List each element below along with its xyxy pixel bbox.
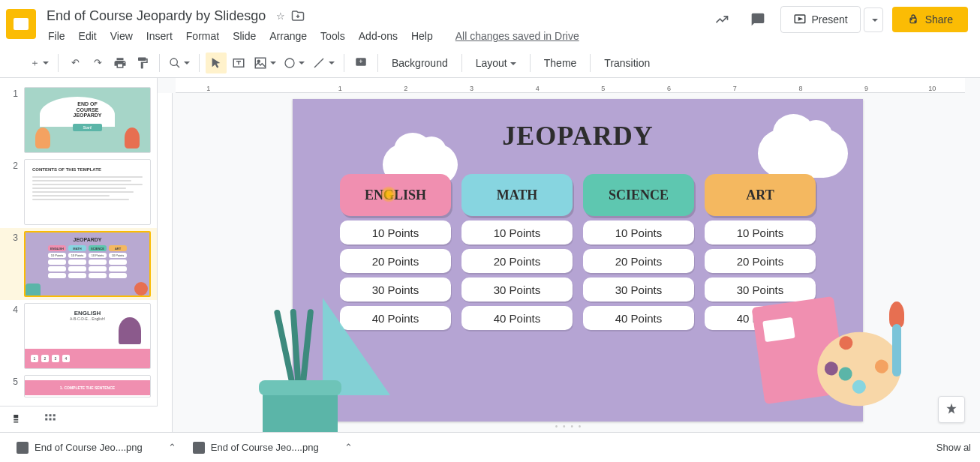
slide-thumb[interactable]: 3 JEOPARDY ENGLISH10 Points MATH10 Point…: [0, 228, 157, 300]
menu-help[interactable]: Help: [405, 27, 439, 45]
document-title[interactable]: End of Course Jeopardy by Slidesgo: [42, 7, 270, 26]
points-button[interactable]: 10 Points: [340, 220, 451, 244]
download-filename: End of Course Jeo....png: [211, 442, 319, 453]
svg-rect-18: [45, 414, 47, 416]
slide-number: 1: [6, 87, 18, 153]
menu-view[interactable]: View: [104, 27, 139, 45]
chevron-up-icon[interactable]: ⌃: [168, 442, 176, 453]
transition-button[interactable]: Transition: [597, 54, 657, 72]
present-label: Present: [811, 14, 847, 26]
menu-edit[interactable]: Edit: [73, 27, 103, 45]
svg-point-4: [170, 58, 177, 65]
undo-button[interactable]: ↶: [65, 52, 86, 74]
present-dropdown[interactable]: [864, 8, 883, 32]
chevron-up-icon[interactable]: ⌃: [344, 442, 353, 453]
comments-icon[interactable]: [744, 6, 771, 33]
new-slide-button[interactable]: ＋: [27, 52, 52, 74]
click-indicator: [380, 186, 397, 202]
category-math[interactable]: MATH: [461, 174, 573, 216]
points-button[interactable]: 10 Points: [705, 220, 816, 244]
svg-marker-1: [799, 18, 802, 20]
slide-number: 2: [6, 159, 18, 225]
category-english[interactable]: ENGLISH: [340, 174, 451, 216]
paint-format-button[interactable]: [132, 52, 153, 74]
grid-view-icon[interactable]: [44, 412, 57, 426]
points-button[interactable]: 40 Points: [583, 306, 694, 330]
art-decoration: [743, 286, 908, 432]
cloud-decoration: [758, 129, 848, 178]
star-icon[interactable]: ☆: [276, 10, 285, 22]
panel-footer: [0, 406, 158, 432]
points-button[interactable]: 30 Points: [340, 278, 451, 302]
layout-button[interactable]: Layout: [468, 54, 524, 72]
textbox-tool[interactable]: [228, 52, 249, 74]
downloads-bar: End of Course Jeo....png ⌃ End of Course…: [0, 432, 980, 462]
slide-thumb[interactable]: 4 ENGLISHA-B-C-D-E... English! 1234: [0, 300, 157, 372]
move-icon[interactable]: [291, 9, 305, 22]
save-status[interactable]: All changes saved in Drive: [452, 27, 582, 45]
svg-point-11: [285, 58, 294, 68]
svg-line-5: [176, 64, 179, 68]
explore-button[interactable]: [938, 396, 965, 423]
download-chip[interactable]: End of Course Jeo....png: [9, 437, 150, 458]
menu-bar: File Edit View Insert Format Slide Arran…: [42, 27, 708, 45]
slide-canvas[interactable]: JEOPARDY ENGLISH10 Points20 Points30 Poi…: [293, 99, 863, 422]
comment-tool[interactable]: +: [350, 52, 371, 74]
category-art[interactable]: ART: [705, 174, 816, 216]
slide-thumb[interactable]: 1 END OFCOURSEJEOPARDY Start!: [0, 84, 157, 156]
line-tool[interactable]: [309, 52, 338, 74]
app-header: End of Course Jeopardy by Slidesgo ☆ Fil…: [0, 0, 980, 48]
points-button[interactable]: 20 Points: [461, 249, 573, 273]
show-all-button[interactable]: Show al: [936, 442, 971, 453]
file-icon: [193, 442, 205, 454]
app-logo[interactable]: [6, 9, 36, 39]
slide-thumb[interactable]: 5 1. COMPLETE THE SENTENCE: [0, 372, 157, 400]
share-button[interactable]: Share: [892, 7, 968, 32]
slide-number: 5: [6, 375, 18, 398]
svg-rect-9: [255, 58, 266, 68]
image-tool[interactable]: [251, 52, 279, 74]
category-science[interactable]: SCIENCE: [583, 174, 694, 216]
pot-decoration: [248, 302, 398, 432]
svg-rect-16: [14, 419, 18, 421]
points-button[interactable]: 20 Points: [340, 249, 451, 273]
menu-tools[interactable]: Tools: [314, 27, 351, 45]
present-button[interactable]: Present: [780, 6, 860, 33]
points-button[interactable]: 30 Points: [461, 278, 573, 302]
theme-button[interactable]: Theme: [537, 54, 585, 72]
toolbar: ＋ ↶ ↷ + Background Layout Theme Transiti…: [0, 48, 980, 78]
canvas-area[interactable]: 112345678910 JEOPARDY ENGLISH10 Points20…: [158, 78, 980, 432]
print-button[interactable]: [110, 52, 131, 74]
download-chip[interactable]: End of Course Jeo....png: [185, 437, 326, 458]
points-button[interactable]: 20 Points: [705, 249, 816, 273]
zoom-button[interactable]: [166, 52, 193, 74]
menu-addons[interactable]: Add-ons: [353, 27, 404, 45]
shape-tool[interactable]: [281, 52, 308, 74]
select-tool[interactable]: [206, 52, 227, 74]
activity-icon[interactable]: [708, 6, 735, 33]
menu-slide[interactable]: Slide: [227, 27, 262, 45]
slide-number: 4: [6, 303, 18, 369]
redo-button[interactable]: ↷: [87, 52, 108, 74]
menu-format[interactable]: Format: [180, 27, 225, 45]
horizontal-ruler: 112345678910: [176, 78, 965, 93]
points-button[interactable]: 30 Points: [583, 278, 694, 302]
points-button[interactable]: 20 Points: [583, 249, 694, 273]
filmstrip-view-icon[interactable]: [12, 412, 26, 426]
svg-rect-19: [50, 414, 52, 416]
background-button[interactable]: Background: [384, 54, 455, 72]
vertical-ruler: [158, 93, 173, 432]
svg-rect-17: [14, 422, 18, 423]
points-button[interactable]: 10 Points: [461, 220, 573, 244]
slide-thumb[interactable]: 2 CONTENTS OF THIS TEMPLATE: [0, 156, 157, 228]
slide-number: 3: [6, 231, 18, 297]
menu-insert[interactable]: Insert: [140, 27, 179, 45]
menu-file[interactable]: File: [42, 27, 71, 45]
svg-point-10: [257, 60, 260, 62]
slide-panel[interactable]: 1 END OFCOURSEJEOPARDY Start! 2 CONTENTS…: [0, 78, 158, 432]
drag-handle[interactable]: • • • •: [555, 422, 582, 430]
points-button[interactable]: 40 Points: [461, 306, 573, 330]
points-button[interactable]: 10 Points: [583, 220, 694, 244]
svg-rect-23: [53, 418, 56, 421]
menu-arrange[interactable]: Arrange: [263, 27, 313, 45]
